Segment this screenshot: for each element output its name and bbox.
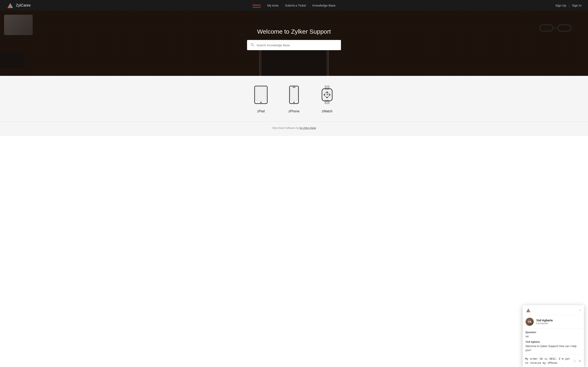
svg-rect-15 [293, 87, 295, 87]
svg-point-24 [327, 97, 328, 98]
hero-title: Welcome to Zylker Support [257, 28, 331, 35]
brand-name-text: ZylCares [16, 3, 31, 8]
nav-links: Home My Area Submit a Ticket Knowledge B… [252, 3, 336, 8]
auth-divider: | [569, 4, 570, 7]
zphone-label: zPhone [288, 109, 300, 113]
hero-decorative-laptop [4, 15, 33, 35]
hero-decorative-wallet [0, 51, 25, 68]
svg-point-23 [327, 92, 328, 93]
products-section: zPad zPhone [0, 76, 588, 121]
zphone-icon [289, 86, 299, 106]
footer-zoho-link[interactable]: by Zoho Desk [300, 126, 316, 129]
zpad-label: zPad [257, 109, 265, 113]
footer-help-desk-label: Help Desk Software [272, 126, 295, 129]
nav-submit-ticket[interactable]: Submit a Ticket [285, 4, 306, 7]
nav-knowledge-base[interactable]: Knowledge Base [312, 4, 336, 7]
zpad-icon [254, 86, 268, 106]
search-bar [247, 40, 341, 50]
svg-rect-3 [558, 25, 571, 31]
svg-rect-10 [256, 88, 266, 101]
auth-links: Sign Up | Sign In [555, 4, 581, 7]
svg-point-22 [329, 94, 330, 95]
svg-point-21 [324, 94, 325, 95]
product-zpad[interactable]: zPad [254, 86, 268, 113]
svg-point-14 [293, 102, 295, 103]
product-zphone[interactable]: zPhone [288, 86, 300, 113]
hero-content: Welcome to Zylker Support [247, 28, 341, 50]
sign-up-link[interactable]: Sign Up [555, 4, 566, 7]
nav-home[interactable]: Home [252, 3, 261, 8]
brand-logo-icon [7, 2, 14, 9]
products-row: zPad zPhone [254, 86, 334, 113]
search-icon [250, 43, 254, 48]
zwatch-label: zWatch [322, 109, 333, 113]
navbar: ZylCares Home My Area Submit a Ticket Kn… [0, 0, 588, 11]
nav-my-area[interactable]: My Area [267, 4, 278, 7]
product-zwatch[interactable]: zWatch [320, 86, 334, 113]
svg-rect-2 [540, 25, 553, 31]
hero-decorative-glasses [539, 23, 572, 33]
footer: Help Desk Software by by Zoho Desk [0, 121, 588, 136]
brand-logo-link[interactable]: ZylCares [7, 2, 31, 9]
svg-rect-13 [291, 88, 297, 100]
hero-section: Welcome to Zylker Support [0, 11, 588, 76]
search-input[interactable] [256, 43, 338, 47]
svg-line-8 [253, 45, 254, 46]
zwatch-icon [320, 86, 334, 106]
svg-point-11 [260, 102, 261, 103]
footer-by-label: by [296, 126, 300, 129]
sign-in-link[interactable]: Sign In [572, 4, 581, 7]
